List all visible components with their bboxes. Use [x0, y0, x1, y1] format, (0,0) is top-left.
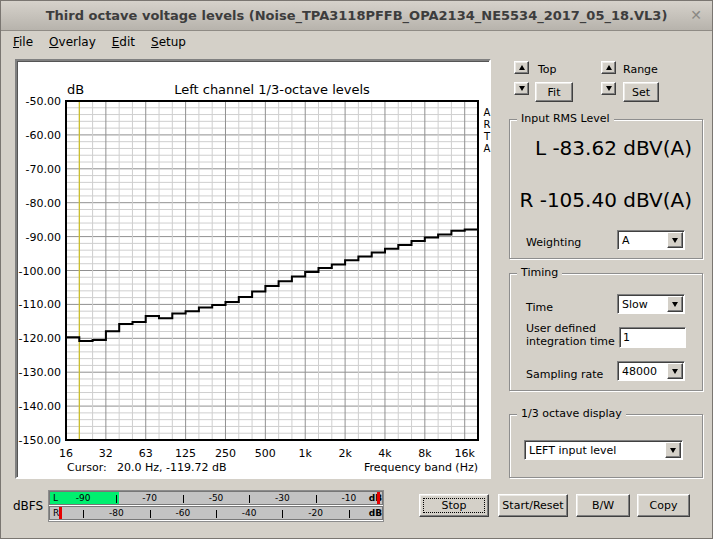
start-reset-button[interactable]: Start/Reset: [498, 494, 568, 517]
y-tick-label: -140.00: [19, 400, 61, 413]
set-button[interactable]: Set: [623, 82, 659, 102]
menu-edit-rest: dit: [119, 35, 135, 49]
chevron-down-icon: [670, 448, 676, 453]
rms-left-value: L -83.62 dBV(A): [535, 136, 692, 160]
menu-overlay[interactable]: Overlay: [41, 34, 104, 51]
watermark-letter: A: [484, 107, 491, 118]
dbfs-label: dBFS: [13, 499, 43, 513]
y-tick-label: -130.00: [19, 366, 61, 379]
meter-scale-label: -10: [341, 493, 356, 503]
octave-display-select[interactable]: LEFT input level: [524, 440, 683, 460]
meter-scale-label: -20: [308, 508, 323, 518]
meter-peak-marker: [377, 492, 380, 504]
y-tick-label: -50.00: [26, 95, 61, 108]
meter-tick: [282, 510, 283, 518]
dropdown-button[interactable]: [667, 232, 683, 248]
chevron-down-icon: [672, 369, 678, 374]
x-tick-label: 125: [175, 447, 196, 460]
integration-time-input[interactable]: [619, 327, 686, 348]
close-icon[interactable]: ✕: [690, 7, 702, 23]
chevron-down-icon: [672, 302, 678, 307]
x-tick-label: 8k: [418, 447, 432, 460]
x-tick-label: 4k: [378, 447, 392, 460]
meter-row-l: L-90-70-50-30-10dB: [49, 491, 383, 505]
cursor-readout-value: 20.0 Hz, -119.72 dB: [117, 461, 227, 474]
y-tick-label: -80.00: [26, 197, 61, 210]
arrow-up-icon: [606, 65, 612, 70]
arrow-up-icon: [519, 65, 525, 70]
dropdown-button[interactable]: [667, 296, 683, 312]
x-tick-label: 500: [255, 447, 276, 460]
watermark-letter: R: [484, 119, 491, 130]
rms-right-value: R -105.40 dBV(A): [519, 188, 692, 212]
menu-overlay-rest: verlay: [59, 35, 96, 49]
menu-file-rest: ile: [19, 35, 33, 49]
sampling-rate-value: 48000: [622, 365, 657, 378]
meter-tick: [116, 495, 117, 503]
range-up-button[interactable]: [601, 61, 616, 74]
menu-edit[interactable]: Edit: [104, 34, 143, 51]
input-rms-group: Input RMS Level L -83.62 dBV(A) R -105.4…: [509, 119, 703, 259]
chevron-down-icon: [672, 238, 678, 243]
menu-setup-rest: etup: [159, 35, 186, 49]
meter-tick: [216, 510, 217, 518]
window-title: Third octave voltage levels (Noise_TPA31…: [46, 8, 668, 23]
stop-button[interactable]: Stop: [419, 494, 489, 517]
meter-tick: [83, 510, 84, 518]
menubar: File Overlay Edit Setup: [1, 32, 712, 52]
menu-file[interactable]: File: [5, 34, 41, 51]
timing-group-title: Timing: [517, 266, 562, 279]
x-tick-label: 16: [59, 447, 73, 460]
range-label: Range: [623, 63, 658, 76]
arrow-down-icon: [606, 86, 612, 91]
meter-tick: [316, 495, 317, 503]
watermark-letter: A: [484, 143, 491, 154]
chart-panel: -50.00-60.00-70.00-80.00-90.00-100.00-11…: [15, 59, 491, 479]
x-tick-label: 63: [139, 447, 153, 460]
sampling-rate-label: Sampling rate: [526, 368, 603, 381]
weighting-value: A: [622, 234, 630, 247]
meter-scale-label: -50: [209, 493, 224, 503]
x-tick-label: 250: [215, 447, 236, 460]
cursor-readout-label: Cursor:: [67, 461, 107, 474]
dropdown-button[interactable]: [667, 363, 683, 379]
chart-svg: -50.00-60.00-70.00-80.00-90.00-100.00-11…: [17, 61, 493, 481]
time-value: Slow: [622, 298, 648, 311]
level-meter: L-90-70-50-30-10dBR-80-60-40-20dB: [48, 490, 384, 522]
menu-setup-accel: S: [151, 35, 159, 49]
sampling-rate-select[interactable]: 48000: [617, 361, 685, 381]
y-axis-unit: dB: [67, 82, 84, 97]
app-window: Third octave voltage levels (Noise_TPA31…: [0, 0, 713, 539]
meter-scale-label: -90: [76, 493, 91, 503]
bw-button[interactable]: B/W: [576, 494, 630, 517]
meter-scale-label: -40: [242, 508, 257, 518]
arrow-down-icon: [519, 86, 525, 91]
menu-overlay-accel: O: [49, 35, 58, 49]
top-label: Top: [538, 63, 557, 76]
menu-setup[interactable]: Setup: [143, 34, 194, 51]
third-octave-chart[interactable]: -50.00-60.00-70.00-80.00-90.00-100.00-11…: [17, 61, 493, 481]
y-tick-label: -90.00: [26, 231, 61, 244]
titlebar[interactable]: Third octave voltage levels (Noise_TPA31…: [1, 1, 712, 31]
meter-tick: [349, 510, 350, 518]
input-rms-group-title: Input RMS Level: [517, 112, 614, 125]
copy-button[interactable]: Copy: [637, 494, 690, 517]
x-tick-label: 16k: [455, 447, 476, 460]
meter-channel-label: L: [53, 493, 58, 503]
y-tick-label: -120.00: [19, 332, 61, 345]
top-up-button[interactable]: [514, 61, 529, 74]
range-down-button[interactable]: [601, 82, 616, 95]
meter-tick: [150, 510, 151, 518]
y-tick-label: -110.00: [19, 298, 61, 311]
weighting-select[interactable]: A: [617, 230, 685, 250]
time-select[interactable]: Slow: [617, 294, 685, 314]
octave-display-group-title: 1/3 octave display: [517, 407, 626, 420]
y-tick-label: -150.00: [19, 434, 61, 447]
fit-button[interactable]: Fit: [535, 82, 573, 102]
top-down-button[interactable]: [514, 82, 529, 95]
chart-status-row: Cursor: 20.0 Hz, -119.72 dB Frequency ba…: [17, 461, 493, 477]
y-tick-label: -100.00: [19, 265, 61, 278]
meter-scale-label: -30: [275, 493, 290, 503]
x-tick-label: 1k: [299, 447, 313, 460]
dropdown-button[interactable]: [665, 442, 681, 458]
